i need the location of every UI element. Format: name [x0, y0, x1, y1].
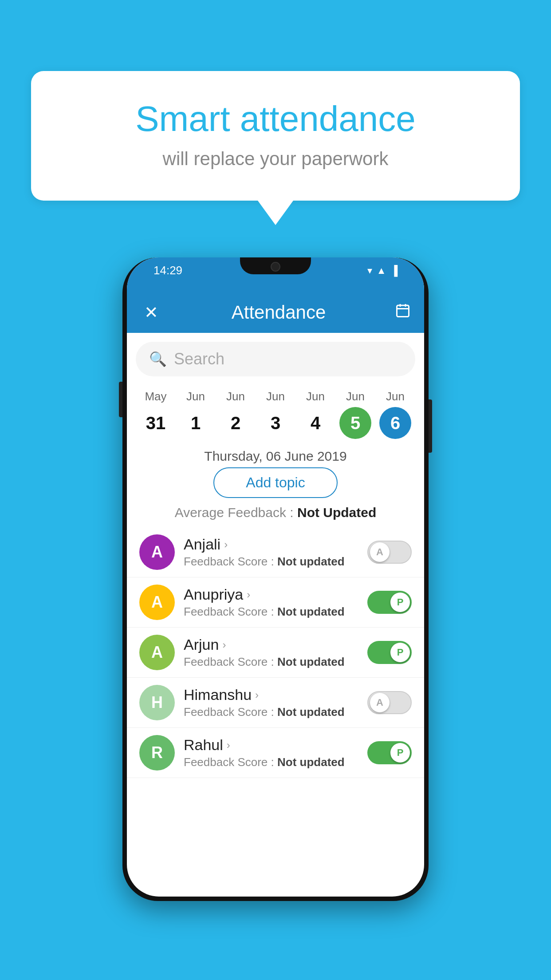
chevron-icon: ›	[247, 589, 250, 601]
student-info: Himanshu ›Feedback Score : Not updated	[184, 686, 358, 719]
svg-rect-0	[397, 305, 409, 317]
calendar-day[interactable]: Jun2	[218, 390, 253, 439]
student-name: Arjun ›	[184, 636, 358, 653]
student-info: Rahul ›Feedback Score : Not updated	[184, 736, 358, 769]
calendar-day[interactable]: Jun1	[178, 390, 213, 439]
attendance-toggle[interactable]: P	[367, 591, 412, 614]
cal-date-label[interactable]: 31	[140, 407, 172, 439]
avatar: A	[139, 635, 175, 670]
status-icons: ▾ ▲ ▐	[367, 265, 411, 277]
add-topic-button[interactable]: Add topic	[213, 467, 338, 498]
chevron-icon: ›	[255, 689, 259, 701]
cal-month-label: Jun	[186, 390, 205, 403]
cal-month-label: Jun	[386, 390, 405, 403]
attendance-toggle[interactable]: P	[367, 741, 412, 764]
phone-notch	[240, 257, 311, 274]
search-bar[interactable]: 🔍 Search	[136, 342, 415, 376]
student-feedback: Feedback Score : Not updated	[184, 605, 358, 619]
speech-bubble-subtitle: will replace your paperwork	[62, 148, 489, 170]
cal-month-label: Jun	[306, 390, 325, 403]
student-feedback: Feedback Score : Not updated	[184, 555, 358, 569]
attendance-toggle[interactable]: A	[367, 691, 412, 714]
student-list: AAnjali ›Feedback Score : Not updatedAAA…	[127, 527, 424, 778]
avg-feedback-value: Not Updated	[297, 505, 376, 520]
avatar: A	[139, 585, 175, 620]
attendance-toggle[interactable]: A	[367, 541, 412, 564]
toggle-knob: P	[390, 643, 410, 662]
feedback-value: Not updated	[277, 705, 345, 719]
toggle-knob: A	[370, 542, 390, 562]
student-name: Himanshu ›	[184, 686, 358, 703]
header-title: Attendance	[232, 302, 326, 323]
student-feedback: Feedback Score : Not updated	[184, 705, 358, 719]
feedback-value: Not updated	[277, 555, 345, 568]
attendance-toggle[interactable]: P	[367, 641, 412, 664]
calendar-strip: May31Jun1Jun2Jun3Jun4Jun5Jun6	[127, 385, 424, 443]
chevron-icon: ›	[227, 739, 230, 751]
calendar-day[interactable]: May31	[138, 390, 173, 439]
feedback-value: Not updated	[277, 755, 345, 769]
power-button	[429, 399, 432, 453]
chevron-icon: ›	[224, 538, 228, 551]
student-name: Rahul ›	[184, 736, 358, 754]
list-item[interactable]: RRahul ›Feedback Score : Not updatedP	[127, 728, 424, 778]
student-feedback: Feedback Score : Not updated	[184, 655, 358, 669]
cal-date-label[interactable]: 3	[260, 407, 291, 439]
close-button[interactable]: ✕	[140, 303, 162, 322]
search-input[interactable]: Search	[174, 350, 402, 368]
selected-date-label: Thursday, 06 June 2019	[127, 449, 424, 464]
toggle-knob: P	[390, 593, 410, 612]
speech-bubble: Smart attendance will replace your paper…	[31, 71, 520, 201]
student-feedback: Feedback Score : Not updated	[184, 755, 358, 769]
speech-bubble-arrow	[258, 201, 293, 225]
chevron-icon: ›	[222, 639, 226, 651]
cal-date-label[interactable]: 2	[220, 407, 252, 439]
toggle-knob: A	[370, 693, 390, 712]
feedback-value: Not updated	[277, 605, 345, 618]
student-info: Arjun ›Feedback Score : Not updated	[184, 636, 358, 669]
app-header: ✕ Attendance	[127, 277, 424, 333]
avatar: R	[139, 735, 175, 771]
calendar-day[interactable]: Jun5	[338, 390, 373, 439]
cal-date-label[interactable]: 1	[180, 407, 212, 439]
student-info: Anjali ›Feedback Score : Not updated	[184, 536, 358, 569]
toggle-knob: P	[390, 743, 410, 763]
feedback-value: Not updated	[277, 655, 345, 668]
student-name: Anjali ›	[184, 536, 358, 553]
list-item[interactable]: AArjun ›Feedback Score : Not updatedP	[127, 628, 424, 678]
list-item[interactable]: AAnjali ›Feedback Score : Not updatedA	[127, 527, 424, 577]
calendar-day[interactable]: Jun6	[378, 390, 413, 439]
phone-frame: 14:29 ▾ ▲ ▐ ✕ Attendance	[122, 257, 429, 901]
list-item[interactable]: HHimanshu ›Feedback Score : Not updatedA	[127, 678, 424, 728]
student-info: Anupriya ›Feedback Score : Not updated	[184, 586, 358, 619]
student-name: Anupriya ›	[184, 586, 358, 603]
speech-bubble-wrapper: Smart attendance will replace your paper…	[31, 71, 520, 225]
wifi-icon: ▾	[367, 265, 372, 277]
battery-icon: ▐	[390, 265, 398, 277]
calendar-day[interactable]: Jun3	[258, 390, 293, 439]
cal-date-label[interactable]: 6	[379, 407, 411, 439]
avatar: H	[139, 685, 175, 720]
status-time: 14:29	[140, 264, 182, 277]
cal-date-label[interactable]: 5	[339, 407, 371, 439]
phone-wrapper: 14:29 ▾ ▲ ▐ ✕ Attendance	[122, 257, 429, 901]
cal-month-label: Jun	[266, 390, 285, 403]
cal-month-label: Jun	[346, 390, 365, 403]
cal-month-label: May	[145, 390, 166, 403]
speech-bubble-title: Smart attendance	[62, 98, 489, 140]
avg-feedback: Average Feedback : Not Updated	[127, 505, 424, 520]
avg-feedback-label: Average Feedback :	[175, 505, 294, 520]
phone-camera	[271, 262, 280, 272]
calendar-icon[interactable]	[395, 303, 411, 322]
signal-icon: ▲	[377, 265, 386, 277]
cal-date-label[interactable]: 4	[299, 407, 331, 439]
volume-button	[119, 382, 122, 417]
phone-screen: 14:29 ▾ ▲ ▐ ✕ Attendance	[127, 257, 424, 897]
avatar: A	[139, 534, 175, 570]
search-icon: 🔍	[149, 351, 167, 368]
cal-month-label: Jun	[226, 390, 245, 403]
list-item[interactable]: AAnupriya ›Feedback Score : Not updatedP	[127, 577, 424, 628]
calendar-day[interactable]: Jun4	[298, 390, 333, 439]
